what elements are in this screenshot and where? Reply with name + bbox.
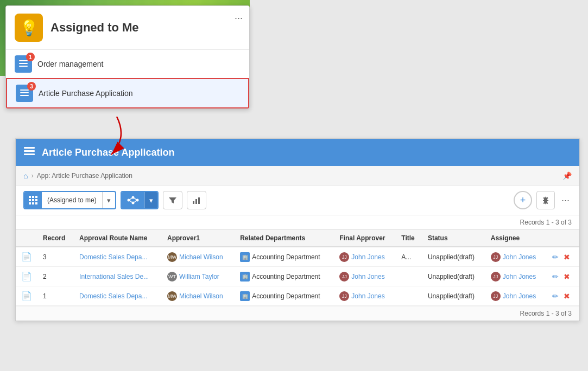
final-approver-avatar: JJ	[339, 252, 349, 262]
menu-item-order-management[interactable]: 1 Order management	[6, 50, 249, 78]
approver1-link[interactable]: Michael Wilson	[179, 292, 223, 300]
approver1-avatar: MW	[167, 252, 177, 262]
flow-button[interactable]: ▾	[121, 191, 159, 209]
row-title	[396, 267, 422, 286]
final-approver-avatar: JJ	[339, 272, 349, 282]
col-approval-route[interactable]: Approval Route Name	[74, 230, 162, 247]
more-button[interactable]: ···	[559, 195, 572, 206]
assignee-link[interactable]: John Jones	[503, 253, 536, 261]
breadcrumb-home-icon[interactable]: ⌂	[23, 171, 28, 180]
final-approver-user: JJ John Jones	[339, 291, 384, 301]
approver1-link[interactable]: William Taylor	[179, 273, 219, 280]
table-row: 📄 2 International Sales De... WT William…	[16, 267, 579, 286]
menu-item-article-purchase[interactable]: 3 Article Purchase Application	[6, 78, 249, 108]
row-dept: 🏢 Accounting Department	[235, 286, 334, 306]
view-selector-dropdown[interactable]: ▾	[102, 192, 115, 208]
dept-avatar: 🏢	[240, 252, 250, 262]
col-title[interactable]: Title	[396, 230, 422, 247]
delete-record-button[interactable]: ✖	[564, 292, 570, 300]
table-header-row: Record Approval Route Name Approver1 Rel…	[16, 230, 579, 247]
approver1-avatar: MW	[167, 291, 177, 301]
final-approver-link[interactable]: John Jones	[351, 292, 384, 300]
dropdown-dots[interactable]: ...	[235, 10, 243, 22]
grid-view-icon	[24, 192, 42, 208]
svg-rect-20	[198, 197, 200, 204]
assignee-link[interactable]: John Jones	[503, 273, 536, 280]
table-row: 📄 3 Domestic Sales Depa... MW Michael Wi…	[16, 247, 579, 267]
order-management-label: Order management	[37, 60, 103, 68]
main-header-icon	[23, 145, 35, 160]
row-approver1: WT William Taylor	[162, 267, 235, 286]
row-record-number: 1	[37, 286, 74, 306]
view-selector[interactable]: (Assigned to me) ▾	[23, 191, 116, 209]
approval-route-link[interactable]: Domestic Sales Depa...	[79, 292, 147, 300]
dropdown-title: Assigned to Me	[50, 21, 139, 35]
row-assignee: JJ John Jones	[485, 267, 547, 286]
edit-record-button[interactable]: ✏	[552, 272, 559, 281]
svg-line-17	[130, 201, 132, 202]
svg-rect-5	[20, 95, 29, 96]
hamburger-icon	[23, 145, 35, 157]
assignee-link[interactable]: John Jones	[503, 292, 536, 300]
edit-record-button[interactable]: ✏	[552, 253, 559, 261]
final-approver-avatar: JJ	[339, 291, 349, 301]
add-record-button[interactable]: +	[514, 191, 532, 209]
records-count-top: Records 1 - 3 of 3	[16, 215, 579, 229]
data-table: Record Approval Route Name Approver1 Rel…	[16, 229, 579, 306]
delete-record-button[interactable]: ✖	[564, 272, 570, 281]
col-final-approver[interactable]: Final Approver	[334, 230, 396, 247]
approval-route-link[interactable]: International Sales De...	[79, 273, 149, 280]
row-final-approver: JJ John Jones	[334, 286, 396, 306]
row-approval-route: International Sales De...	[74, 267, 162, 286]
settings-button[interactable]	[536, 191, 555, 209]
assignee-avatar: JJ	[491, 252, 501, 262]
flow-button-icon	[122, 192, 144, 208]
svg-rect-18	[193, 201, 194, 204]
final-approver-link[interactable]: John Jones	[351, 273, 384, 280]
approver1-user: MW Michael Wilson	[167, 252, 223, 262]
view-selector-label: (Assigned to me)	[42, 196, 102, 204]
col-record[interactable]: Record	[37, 230, 74, 247]
main-panel: Article Purchase Application ⌂ › App: Ar…	[15, 138, 580, 321]
row-record-number: 3	[37, 247, 74, 267]
breadcrumb-separator: ›	[31, 171, 33, 180]
col-actions	[547, 230, 579, 247]
svg-rect-0	[19, 60, 28, 61]
final-approver-link[interactable]: John Jones	[351, 253, 384, 261]
filter-icon	[168, 196, 177, 204]
col-assignee[interactable]: Assignee	[485, 230, 547, 247]
assignee-avatar: JJ	[491, 291, 501, 301]
toolbar: (Assigned to me) ▾ ▾	[16, 186, 579, 215]
article-badge: 3	[27, 82, 36, 91]
row-approval-route: Domestic Sales Depa...	[74, 247, 162, 267]
col-approver1[interactable]: Approver1	[162, 230, 235, 247]
svg-point-11	[131, 196, 134, 199]
approver1-link[interactable]: Michael Wilson	[179, 253, 223, 261]
main-header-title: Article Purchase Application	[42, 147, 174, 158]
dept-avatar: 🏢	[240, 272, 250, 282]
breadcrumb-pin-icon[interactable]: 📌	[562, 171, 572, 180]
breadcrumb-bar: ⌂ › App: Article Purchase Application 📌	[16, 166, 579, 186]
row-approver1: MW Michael Wilson	[162, 286, 235, 306]
records-count-bottom: Records 1 - 3 of 3	[16, 306, 579, 321]
row-status: Unapplied(draft)	[422, 247, 485, 267]
chart-button[interactable]	[187, 191, 206, 209]
dept-label: Accounting Department	[252, 292, 320, 300]
row-actions: ✏ ✖	[547, 247, 579, 267]
filter-button[interactable]	[163, 191, 182, 209]
order-management-icon: 1	[15, 55, 32, 73]
col-related-dept[interactable]: Related Departments	[235, 230, 334, 247]
delete-record-button[interactable]: ✖	[564, 253, 570, 261]
flow-button-dropdown[interactable]: ▾	[144, 192, 157, 208]
approver1-user: WT William Taylor	[167, 272, 219, 282]
edit-record-button[interactable]: ✏	[552, 292, 559, 300]
svg-line-14	[130, 198, 132, 200]
col-status[interactable]: Status	[422, 230, 485, 247]
approval-route-link[interactable]: Domestic Sales Depa...	[79, 253, 147, 261]
svg-rect-4	[20, 92, 29, 93]
row-final-approver: JJ John Jones	[334, 267, 396, 286]
row-status: Unapplied(draft)	[422, 286, 485, 306]
dropdown-header: 💡 Assigned to Me	[6, 6, 249, 50]
assignee-user: JJ John Jones	[491, 252, 536, 262]
dept-label: Accounting Department	[252, 273, 320, 280]
